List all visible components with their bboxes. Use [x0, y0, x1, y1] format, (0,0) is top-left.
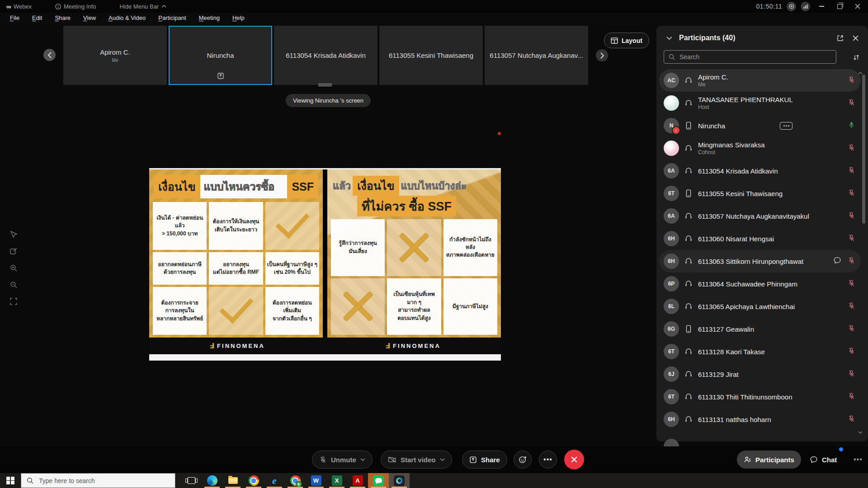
mic-muted-icon[interactable]: [848, 392, 855, 402]
participant-row[interactable]: 6H6113060 Nisarat Hengsai: [659, 227, 861, 250]
mic-muted-icon[interactable]: [848, 189, 855, 198]
sort-participants-button[interactable]: [851, 52, 862, 63]
participant-row[interactable]: 6G6113127 Geawalin: [659, 318, 861, 340]
taskbar-app-webex[interactable]: [389, 473, 410, 488]
chat-participant-icon[interactable]: [833, 256, 841, 266]
chevron-left-icon: [47, 52, 52, 58]
mic-muted-icon[interactable]: [848, 324, 855, 334]
participant-row[interactable]: 6T6113055 Kesini Thawisaeng: [659, 182, 861, 205]
taskbar-app-file-explorer[interactable]: [222, 473, 243, 488]
participant-row[interactable]: 6A6113057 Nutchaya Augkanavitayakul: [659, 205, 861, 227]
video-tile[interactable]: 6113054 Krisada Atidkavin: [274, 26, 377, 85]
mic-muted-icon: [848, 99, 855, 106]
menu-edit[interactable]: Edit: [26, 13, 48, 23]
slide-text-card: มีฐานภาษีไม่สูง: [443, 278, 497, 335]
participant-row[interactable]: 6L6113065 Apichaya Lawthienchai: [659, 295, 861, 318]
participant-row[interactable]: 6H6113131 natthas hoharn: [659, 408, 861, 431]
scrollbar-thumb[interactable]: [862, 75, 865, 224]
menu-share[interactable]: Share: [48, 13, 77, 23]
participant-row[interactable]: Mingmanas SivaraksaCohost: [659, 137, 861, 160]
laser-pointer-tool[interactable]: [8, 229, 19, 240]
mic-muted-icon[interactable]: [848, 99, 855, 108]
chat-bubble-icon: [810, 455, 818, 464]
menu-help[interactable]: Help: [226, 13, 251, 23]
mic-muted-icon[interactable]: [848, 370, 855, 379]
taskbar-app-chrome-profile[interactable]: A: [285, 473, 306, 488]
taskbar-search[interactable]: [21, 473, 175, 488]
close-button[interactable]: [851, 1, 864, 12]
chevron-down-icon[interactable]: [440, 458, 445, 461]
participant-row[interactable]: 6H6113063 Sittikorn Hirunpongthawat: [659, 250, 861, 272]
video-tile[interactable]: 6113055 Kesini Thawisaeng: [379, 26, 483, 85]
participant-row[interactable]: 6A6113054 Krisada Atidkavin: [659, 160, 861, 182]
mic-muted-icon[interactable]: [848, 347, 855, 357]
filmstrip-previous-button[interactable]: [43, 49, 56, 61]
taskbar-app-edge[interactable]: [202, 473, 222, 488]
mic-muted-icon[interactable]: [848, 211, 855, 221]
mic-muted-icon[interactable]: [848, 166, 855, 176]
participant-row[interactable]: 6J6113129 Jirat: [659, 363, 861, 385]
chat-toggle-button[interactable]: Chat: [803, 450, 844, 469]
leave-meeting-button[interactable]: [564, 450, 584, 469]
annotate-tool[interactable]: [8, 246, 19, 257]
menu-meeting[interactable]: Meeting: [193, 13, 226, 23]
reactions-button[interactable]: [514, 450, 532, 469]
start-button[interactable]: [0, 473, 21, 488]
more-options-button[interactable]: •••: [539, 450, 557, 469]
mic-muted-icon[interactable]: [848, 279, 855, 289]
minimize-button[interactable]: [815, 1, 828, 12]
taskbar-app-line[interactable]: [368, 473, 389, 488]
mic-muted-icon[interactable]: [848, 76, 855, 85]
restore-button[interactable]: [833, 1, 846, 12]
participant-row[interactable]: 6P6113064 Suchawadee Phinngam: [659, 272, 861, 295]
mic-muted-icon[interactable]: [848, 302, 855, 311]
chevron-down-icon[interactable]: [360, 458, 365, 461]
participant-name: 6113064 Suchawadee Phinngam: [698, 280, 797, 288]
video-tile[interactable]: Apirom C.Me: [63, 26, 167, 85]
zoom-out-tool[interactable]: [8, 279, 19, 290]
fit-view-tool[interactable]: [8, 296, 19, 307]
filmstrip-next-button[interactable]: [596, 49, 608, 61]
panel-close-button[interactable]: [850, 33, 861, 43]
filmstrip-drag-handle[interactable]: [318, 84, 332, 87]
search-input[interactable]: [679, 53, 831, 61]
participant-search[interactable]: [664, 50, 836, 64]
panel-collapse-button[interactable]: [664, 33, 675, 43]
mic-muted-icon[interactable]: [848, 415, 855, 424]
participants-toggle-button[interactable]: Participants: [737, 450, 801, 469]
taskbar-app-word[interactable]: W: [306, 473, 326, 488]
mic-muted-icon[interactable]: [848, 234, 855, 244]
participant-row[interactable]: N↑Niruncha: [659, 114, 861, 137]
hide-menu-bar-button[interactable]: Hide Menu Bar: [119, 3, 166, 10]
participant-row[interactable]: TANASANEE PHIENTHRAKULHost: [659, 92, 861, 114]
zoom-in-tool[interactable]: [8, 263, 19, 273]
menu-audio-video[interactable]: Audio & Video: [102, 13, 152, 23]
connection-quality-icon[interactable]: [801, 2, 810, 11]
panel-popout-button[interactable]: [835, 33, 845, 43]
participant-row[interactable]: 6T6113130 Thiti Thitinunsomboon: [659, 385, 861, 408]
taskbar-app-internet-explorer[interactable]: e: [264, 473, 285, 488]
record-indicator-icon[interactable]: [787, 2, 796, 11]
panel-options-button[interactable]: •••: [851, 450, 865, 469]
menu-view[interactable]: View: [77, 13, 102, 23]
mic-muted-icon[interactable]: [848, 257, 855, 266]
taskbar-search-input[interactable]: [38, 477, 170, 485]
menu-participant[interactable]: Participant: [152, 13, 192, 23]
share-button[interactable]: Share: [462, 450, 507, 469]
mic-active-icon[interactable]: [848, 121, 855, 131]
participant-row[interactable]: 6T6113128 Kaori Takase: [659, 340, 861, 363]
taskbar-app-excel[interactable]: X: [326, 473, 347, 488]
taskbar-app-task-view[interactable]: [181, 473, 202, 488]
taskbar-app-acrobat[interactable]: A: [347, 473, 368, 488]
video-tile[interactable]: 6113057 Nutchaya Augkanav...: [485, 26, 588, 85]
start-video-button[interactable]: Start video: [381, 450, 452, 469]
participant-row[interactable]: ACApirom C.Me: [659, 69, 861, 92]
meeting-info-button[interactable]: Meeting Info: [55, 3, 96, 10]
mic-muted-icon[interactable]: [848, 144, 855, 153]
layout-button[interactable]: Layout: [604, 33, 649, 48]
menu-file[interactable]: File: [4, 13, 26, 23]
scroll-down-icon[interactable]: [855, 427, 866, 438]
taskbar-app-chrome[interactable]: [243, 473, 264, 488]
unmute-button[interactable]: Unmute: [312, 450, 373, 469]
video-tile[interactable]: Niruncha: [169, 26, 272, 85]
